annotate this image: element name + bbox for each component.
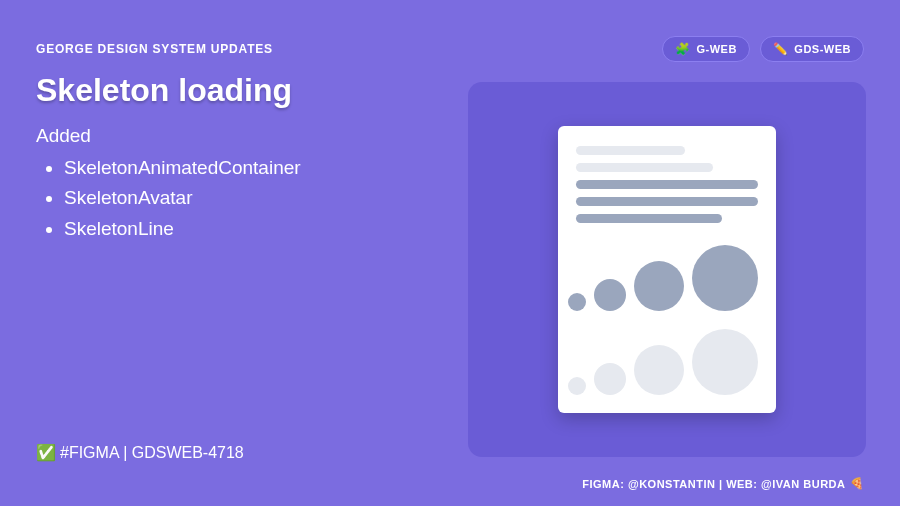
footer-left: ✅ #FIGMA | GDSWEB-4718: [36, 443, 244, 462]
pill-gds-web[interactable]: ✏️ GDS-WEB: [760, 36, 864, 62]
skeleton-avatar-row: [576, 245, 758, 311]
skeleton-avatar: [634, 345, 684, 395]
skeleton-line: [576, 163, 713, 172]
puzzle-icon: 🧩: [675, 42, 691, 56]
footer-right-text: FIGMA: @KONSTANTIN | WEB: @IVAN BURDA: [582, 478, 845, 490]
pencil-icon: ✏️: [773, 42, 789, 56]
header-row: GEORGE DESIGN SYSTEM UPDATES 🧩 G-WEB ✏️ …: [36, 36, 864, 62]
pill-g-web[interactable]: 🧩 G-WEB: [662, 36, 750, 62]
skeleton-avatar: [692, 329, 758, 395]
skeleton-line: [576, 214, 722, 223]
footer-right: FIGMA: @KONSTANTIN | WEB: @IVAN BURDA 🍕: [582, 477, 864, 490]
skeleton-avatar: [594, 279, 626, 311]
skeleton-avatar-row: [576, 329, 758, 395]
skeleton-line: [576, 180, 758, 189]
slide: GEORGE DESIGN SYSTEM UPDATES 🧩 G-WEB ✏️ …: [0, 0, 900, 506]
skeleton-line: [576, 146, 685, 155]
check-icon: ✅: [36, 443, 56, 462]
kicker: GEORGE DESIGN SYSTEM UPDATES: [36, 42, 273, 56]
illustration-panel: [468, 82, 866, 457]
pill-label: G-WEB: [696, 43, 736, 55]
skeleton-avatar: [568, 377, 586, 395]
pizza-icon: 🍕: [850, 477, 865, 490]
skeleton-avatar: [594, 363, 626, 395]
footer-left-text: #FIGMA | GDSWEB-4718: [60, 444, 244, 462]
pill-label: GDS-WEB: [794, 43, 851, 55]
skeleton-card: [558, 126, 776, 413]
pill-group: 🧩 G-WEB ✏️ GDS-WEB: [662, 36, 864, 62]
skeleton-avatar: [692, 245, 758, 311]
skeleton-line: [576, 197, 758, 206]
skeleton-avatar: [634, 261, 684, 311]
skeleton-avatar: [568, 293, 586, 311]
